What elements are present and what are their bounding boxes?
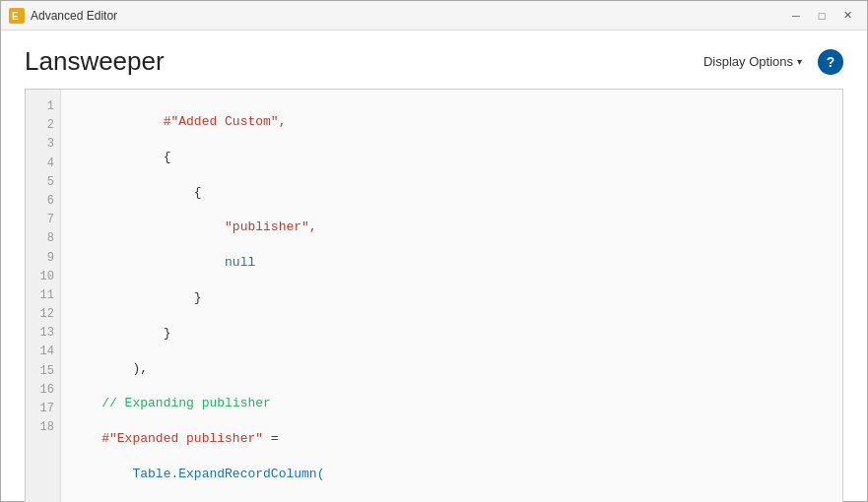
close-button[interactable]: ✕ [835,5,859,27]
code-line: { [71,148,833,168]
advanced-editor-window: E Advanced Editor ─ □ ✕ Lansweeper Displ… [0,0,868,502]
maximize-button[interactable]: □ [810,5,834,27]
code-line: // Expanding publisher [71,394,833,414]
code-line: } [71,324,833,345]
code-line: null [71,253,833,274]
code-line: #"Added Custom", [71,112,833,133]
code-line: } [71,288,833,309]
display-options-label: Display Options [703,54,793,69]
code-editor[interactable]: 1 2 3 4 5 6 7 8 9 10 11 12 13 14 15 16 1… [25,89,843,502]
code-line: ), [71,359,833,380]
code-line: { [71,183,833,204]
title-bar: E Advanced Editor ─ □ ✕ [1,1,867,31]
title-bar-text: Advanced Editor [31,9,117,23]
code-line: #"Expanded publisher" = [71,429,833,450]
code-line: "publisher", [71,218,833,238]
header-row: Lansweeper Display Options ▾ ? [25,46,843,77]
title-bar-controls: ─ □ ✕ [784,5,859,27]
help-button[interactable]: ? [818,49,843,75]
code-lines: #"Added Custom", { { "publisher", null }… [61,90,842,502]
line-numbers: 1 2 3 4 5 6 7 8 9 10 11 12 13 14 15 16 1… [26,90,61,502]
code-line: Table.ExpandRecordColumn( [71,465,833,485]
main-content: Lansweeper Display Options ▾ ? 1 2 3 4 5… [1,31,867,502]
app-icon: E [9,8,25,24]
chevron-down-icon: ▾ [797,56,802,67]
header-actions: Display Options ▾ ? [696,49,843,75]
title-bar-left: E Advanced Editor [9,8,117,24]
display-options-button[interactable]: Display Options ▾ [696,50,810,73]
minimize-button[interactable]: ─ [784,5,808,27]
svg-text:E: E [12,11,19,22]
app-title: Lansweeper [25,46,165,77]
